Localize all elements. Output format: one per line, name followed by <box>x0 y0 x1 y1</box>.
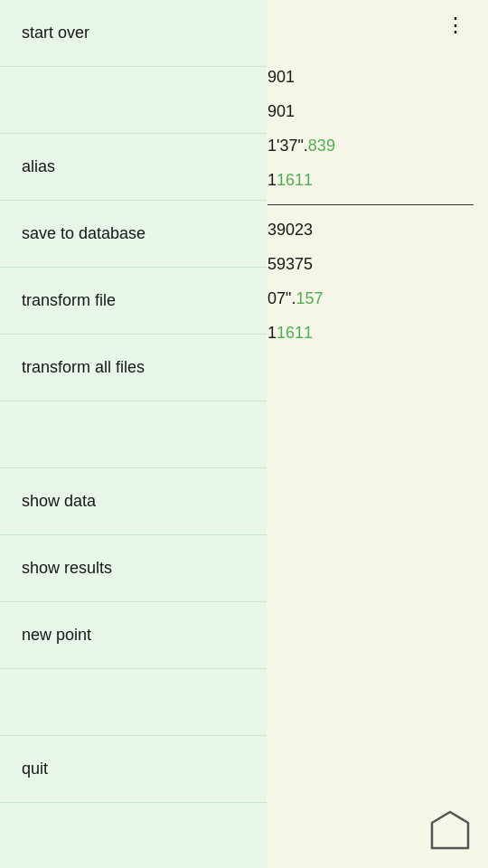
drawer-item-empty-3 <box>0 669 267 736</box>
drawer-item-empty-1 <box>0 67 267 134</box>
drawer-item-show-results-label: show results <box>22 559 112 578</box>
drawer-item-start-over-label: start over <box>22 24 89 42</box>
data-val-1a: 901 <box>267 68 295 86</box>
data-row-7: 07".157 <box>267 281 474 316</box>
drawer-item-transform-file[interactable]: transform file <box>0 268 267 335</box>
data-row-3: 1'37".839 <box>267 128 474 163</box>
data-val-4b: 1611 <box>277 171 313 189</box>
data-val-8b: 1611 <box>277 324 313 342</box>
drawer-item-show-data-label: show data <box>22 492 96 511</box>
drawer-item-save-to-database[interactable]: save to database <box>0 201 267 268</box>
data-row-2: 901 <box>267 94 474 128</box>
more-options-button[interactable]: ⋮ <box>437 7 474 43</box>
drawer-item-transform-all-files[interactable]: transform all files <box>0 335 267 401</box>
navigation-drawer: start over alias save to database transf… <box>0 0 267 868</box>
data-val-7b: 157 <box>296 289 323 307</box>
more-icon: ⋮ <box>446 15 466 35</box>
data-val-8a: 1 <box>267 324 277 342</box>
drawer-item-quit[interactable]: quit <box>0 736 267 803</box>
data-row-5: 39023 <box>267 212 474 247</box>
drawer-item-transform-all-label: transform all files <box>22 358 145 377</box>
data-val-7a: 07". <box>267 289 296 307</box>
drawer-item-show-results[interactable]: show results <box>0 535 267 602</box>
drawer-item-new-point[interactable]: new point <box>0 602 267 669</box>
background-data: 901 901 1'37".839 11611 39023 59375 07".… <box>253 51 488 359</box>
drawer-item-new-point-label: new point <box>22 626 91 645</box>
data-val-5a: 39023 <box>267 221 313 239</box>
svg-marker-0 <box>432 812 468 848</box>
drawer-item-alias-label: alias <box>22 157 55 176</box>
drawer-item-alias[interactable]: alias <box>0 134 267 201</box>
data-row-1: 901 <box>267 60 474 94</box>
home-icon <box>428 808 472 852</box>
drawer-item-show-data[interactable]: show data <box>0 468 267 535</box>
drawer-item-transform-file-label: transform file <box>22 291 116 310</box>
home-button[interactable] <box>428 808 472 852</box>
data-divider <box>267 204 474 205</box>
drawer-item-save-label: save to database <box>22 224 145 243</box>
data-val-2a: 901 <box>267 102 295 120</box>
drawer-item-start-over[interactable]: start over <box>0 0 267 67</box>
data-val-4a: 1 <box>267 171 277 189</box>
data-val-3a: 1'37". <box>267 137 308 155</box>
data-row-8: 11611 <box>267 316 474 350</box>
data-val-6a: 59375 <box>267 255 313 273</box>
data-val-3b: 839 <box>308 137 335 155</box>
drawer-item-quit-label: quit <box>22 760 48 778</box>
drawer-item-empty-2 <box>0 401 267 468</box>
data-row-6: 59375 <box>267 247 474 281</box>
data-row-4: 11611 <box>267 163 474 197</box>
